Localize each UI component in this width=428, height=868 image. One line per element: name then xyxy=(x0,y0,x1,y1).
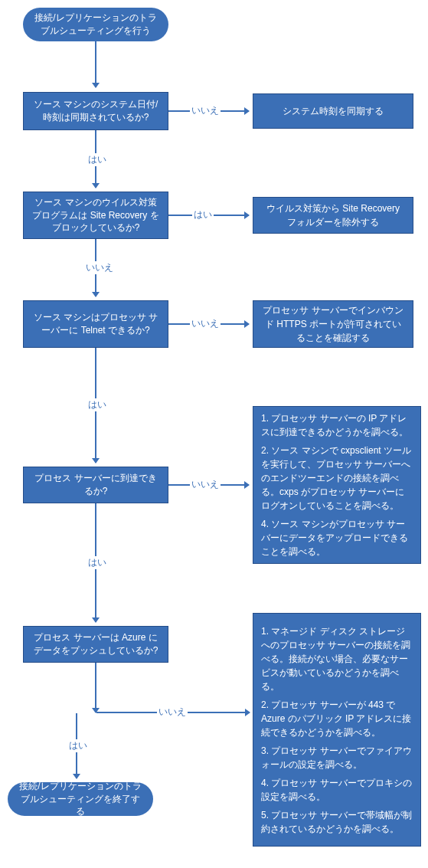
a4-step3: 4. ソース マシンがプロセッサ サーバーにデータをアップロードできることを調べ… xyxy=(261,517,413,558)
label-no: いいえ xyxy=(84,261,115,274)
a5-azure-steps: 1. マネージド ディスク ストレージへのプロセッサ サーバーの接続を調べる。接… xyxy=(253,613,421,847)
end-terminal: 接続/レプリケーションのトラブルシューティングを終了する xyxy=(8,782,153,816)
label-yes: はい xyxy=(192,208,214,221)
a5-step4: 4. プロセッサ サーバーでプロキシの設定を調べる。 xyxy=(261,776,413,804)
label-no: いいえ xyxy=(190,478,221,491)
a4-step2: 2. ソース マシンで cxpsclient ツールを実行して、プロセッサ サー… xyxy=(261,444,413,513)
a5-step5: 5. プロセッサ サーバーで帯域幅が制約されているかどうかを調べる。 xyxy=(261,808,413,836)
q5-push-azure: プロセス サーバーは Azure にデータをプッシュしているか? xyxy=(23,626,168,663)
q3-telnet: ソース マシンはプロセッサ サーバーに Telnet できるか? xyxy=(23,300,168,348)
label-yes: はい xyxy=(67,739,89,752)
label-yes: はい xyxy=(87,556,108,569)
q1-system-date: ソース マシンのシステム日付/時刻は同期されているか? xyxy=(23,92,168,130)
a1-sync-time: システム時刻を同期する xyxy=(253,93,413,129)
arrow xyxy=(95,663,96,712)
a4-reach-steps: 1. プロセッサ サーバーの IP アドレスに到達できるかどうかを調べる。 2.… xyxy=(253,406,421,564)
q4-reach-server: プロセス サーバーに到達できるか? xyxy=(23,467,168,503)
q2-antivirus: ソース マシンのウイルス対策プログラムは Site Recovery をブロック… xyxy=(23,192,168,239)
a2-exclude-folder: ウイルス対策から Site Recovery フォルダーを除外する xyxy=(253,197,413,234)
label-no: いいえ xyxy=(157,706,188,719)
label-yes: はい xyxy=(87,398,108,411)
a5-step2: 2. プロセッサ サーバーが 443 で Azure のパブリック IP アドレ… xyxy=(261,698,413,739)
label-yes: はい xyxy=(87,153,108,166)
a5-step3: 3. プロセッサ サーバーでファイアウォールの設定を調べる。 xyxy=(261,744,413,771)
label-no: いいえ xyxy=(190,317,221,330)
a4-step1: 1. プロセッサ サーバーの IP アドレスに到達できるかどうかを調べる。 xyxy=(261,411,413,439)
label-no: いいえ xyxy=(190,104,221,117)
a3-inbound-https: プロセッサ サーバーでインバウンド HTTPS ポートが許可されていることを確認… xyxy=(253,300,413,348)
arrow xyxy=(95,41,96,87)
a5-step1: 1. マネージド ディスク ストレージへのプロセッサ サーバーの接続を調べる。接… xyxy=(261,624,413,693)
start-terminal: 接続/レプリケーションのトラブルシューティングを行う xyxy=(23,8,168,41)
